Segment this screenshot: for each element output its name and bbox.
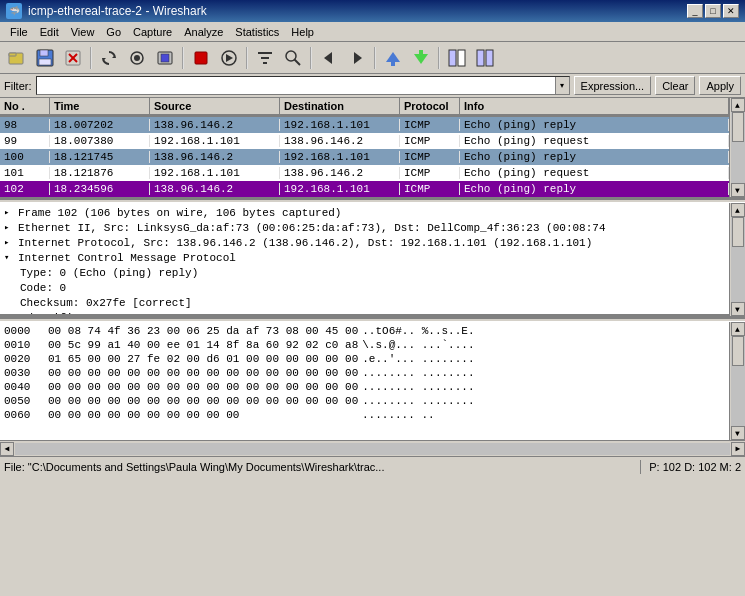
toolbar-capture-btn[interactable] <box>152 46 178 70</box>
minimize-button[interactable]: _ <box>687 4 703 18</box>
title-bar-left: 🦈 icmp-ethereal-trace-2 - Wireshark <box>6 3 207 19</box>
filter-dropdown-button[interactable]: ▾ <box>555 77 569 94</box>
svg-marker-22 <box>354 52 362 64</box>
toolbar-sep-1 <box>90 47 92 69</box>
toolbar-capture-opts-btn[interactable] <box>124 46 150 70</box>
packet-row[interactable]: 10218.234596138.96.146.2192.168.1.101ICM… <box>0 181 729 197</box>
toolbar-sep-5 <box>374 47 376 69</box>
toolbar-prev-btn[interactable] <box>316 46 342 70</box>
packet-row[interactable]: 10118.121876192.168.1.101138.96.146.2ICM… <box>0 165 729 181</box>
detail-scroll-track[interactable] <box>731 217 745 302</box>
status-packet-info: P: 102 D: 102 M: 2 <box>649 461 741 473</box>
detail-pane: ▸Frame 102 (106 bytes on wire, 106 bytes… <box>0 203 729 316</box>
detail-scroll-up[interactable]: ▲ <box>731 203 745 217</box>
detail-scroll-thumb[interactable] <box>732 217 744 247</box>
packet-cell: 138.96.146.2 <box>150 119 280 131</box>
hex-h-scroll-right[interactable]: ▶ <box>731 442 745 456</box>
detail-scroll-down[interactable]: ▼ <box>731 302 745 316</box>
detail-row[interactable]: ▸Internet Protocol, Src: 138.96.146.2 (1… <box>4 235 725 250</box>
status-bar: File: "C:\Documents and Settings\Paula W… <box>0 456 745 476</box>
scrollbar-up-btn[interactable]: ▲ <box>731 98 745 112</box>
hex-bytes: 01 65 00 00 27 fe 02 00 d6 01 00 00 00 0… <box>48 353 358 365</box>
hex-scroll-up[interactable]: ▲ <box>731 322 745 336</box>
hex-ascii: ........ .. <box>362 409 435 421</box>
toolbar-col1-btn[interactable] <box>444 46 470 70</box>
scrollbar-thumb[interactable] <box>732 112 744 142</box>
toolbar-stop-btn[interactable] <box>188 46 214 70</box>
toolbar-next-btn[interactable] <box>344 46 370 70</box>
detail-row[interactable]: Checksum: 0x27fe [correct] <box>4 295 725 310</box>
toolbar-restart-btn[interactable] <box>216 46 242 70</box>
toolbar-find-btn[interactable] <box>280 46 306 70</box>
toolbar-open-btn[interactable] <box>4 46 30 70</box>
menu-analyze[interactable]: Analyze <box>178 24 229 40</box>
packet-cell: 18.121745 <box>50 151 150 163</box>
status-file-path: File: "C:\Documents and Settings\Paula W… <box>4 461 632 473</box>
menu-go[interactable]: Go <box>100 24 127 40</box>
packet-row[interactable]: 9918.007380192.168.1.101138.96.146.2ICMP… <box>0 133 729 149</box>
svg-marker-21 <box>324 52 332 64</box>
packet-row[interactable]: 10018.121745138.96.146.2192.168.1.101ICM… <box>0 149 729 165</box>
toolbar-reload-btn[interactable] <box>96 46 122 70</box>
hex-h-scrollbar[interactable]: ◀ ▶ <box>0 440 745 456</box>
hex-scroll-track[interactable] <box>731 336 745 426</box>
detail-row[interactable]: Type: 0 (Echo (ping) reply) <box>4 265 725 280</box>
expand-icon[interactable]: ▸ <box>4 207 16 218</box>
col-header-no: No . <box>0 98 50 115</box>
detail-text: Internet Protocol, Src: 138.96.146.2 (13… <box>18 237 592 249</box>
menu-bar: File Edit View Go Capture Analyze Statis… <box>0 22 745 42</box>
filter-input[interactable] <box>37 77 555 94</box>
menu-help[interactable]: Help <box>285 24 320 40</box>
packet-list-scrollbar[interactable]: ▲ ▼ <box>729 98 745 197</box>
filter-input-wrapper[interactable]: ▾ <box>36 76 570 95</box>
hex-scroll-thumb[interactable] <box>732 336 744 366</box>
svg-rect-28 <box>458 50 465 66</box>
scrollbar-down-btn[interactable]: ▼ <box>731 183 745 197</box>
packet-cell: 192.168.1.101 <box>280 151 400 163</box>
menu-edit[interactable]: Edit <box>34 24 65 40</box>
menu-file[interactable]: File <box>4 24 34 40</box>
detail-row[interactable]: ▾Internet Control Message Protocol <box>4 250 725 265</box>
expression-button[interactable]: Expression... <box>574 76 652 95</box>
menu-view[interactable]: View <box>65 24 101 40</box>
scrollbar-track[interactable] <box>731 112 745 183</box>
hex-scrollbar[interactable]: ▲ ▼ <box>729 322 745 440</box>
toolbar-col2-btn[interactable] <box>472 46 498 70</box>
expand-icon[interactable]: ▸ <box>4 237 16 248</box>
hex-scroll-down[interactable]: ▼ <box>731 426 745 440</box>
packet-row[interactable]: 9818.007202138.96.146.2192.168.1.101ICMP… <box>0 117 729 133</box>
clear-button[interactable]: Clear <box>655 76 695 95</box>
close-button[interactable]: ✕ <box>723 4 739 18</box>
toolbar-down-btn[interactable] <box>408 46 434 70</box>
hex-bytes: 00 00 00 00 00 00 00 00 00 00 00 00 00 0… <box>48 367 358 379</box>
detail-row[interactable]: Identifier: 0x0200 <box>4 310 725 316</box>
detail-row[interactable]: ▸Frame 102 (106 bytes on wire, 106 bytes… <box>4 205 725 220</box>
apply-button[interactable]: Apply <box>699 76 741 95</box>
toolbar-close-btn[interactable] <box>60 46 86 70</box>
detail-row[interactable]: ▸Ethernet II, Src: LinksysG_da:af:73 (00… <box>4 220 725 235</box>
maximize-button[interactable]: □ <box>705 4 721 18</box>
hex-bytes: 00 5c 99 a1 40 00 ee 01 14 8f 8a 60 92 0… <box>48 339 358 351</box>
hex-row: 003000 00 00 00 00 00 00 00 00 00 00 00 … <box>4 366 725 380</box>
toolbar-up-btn[interactable] <box>380 46 406 70</box>
window-controls[interactable]: _ □ ✕ <box>687 4 739 18</box>
toolbar-save-btn[interactable] <box>32 46 58 70</box>
svg-rect-29 <box>477 50 484 66</box>
toolbar-filter-btn[interactable] <box>252 46 278 70</box>
hex-bytes: 00 00 00 00 00 00 00 00 00 00 00 00 00 0… <box>48 395 358 407</box>
app-icon: 🦈 <box>6 3 22 19</box>
filter-bar: Filter: ▾ Expression... Clear Apply <box>0 74 745 98</box>
packet-cell: ICMP <box>400 135 460 147</box>
detail-scrollbar[interactable]: ▲ ▼ <box>729 203 745 316</box>
detail-row[interactable]: Code: 0 <box>4 280 725 295</box>
packet-cell: Echo (ping) reply <box>460 119 729 131</box>
expand-icon[interactable]: ▸ <box>4 222 16 233</box>
packet-cell: 18.007380 <box>50 135 150 147</box>
menu-statistics[interactable]: Statistics <box>229 24 285 40</box>
expand-icon[interactable]: ▾ <box>4 252 16 263</box>
hex-h-scroll-track[interactable] <box>15 443 730 455</box>
hex-h-scroll-left[interactable]: ◀ <box>0 442 14 456</box>
detail-text: Type: 0 (Echo (ping) reply) <box>20 267 198 279</box>
menu-capture[interactable]: Capture <box>127 24 178 40</box>
hex-row: 004000 00 00 00 00 00 00 00 00 00 00 00 … <box>4 380 725 394</box>
